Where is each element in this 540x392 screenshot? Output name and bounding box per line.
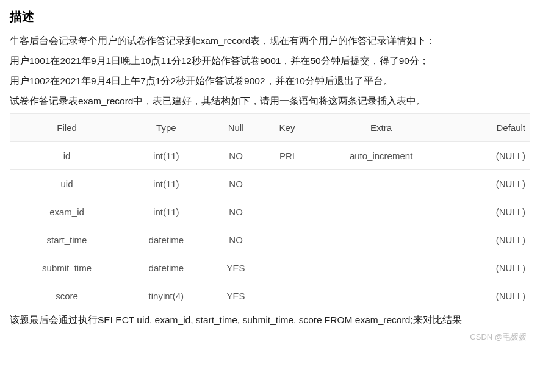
cell-key bbox=[263, 282, 312, 310]
table-header-row: Filed Type Null Key Extra Default bbox=[10, 114, 530, 142]
cell-default: (NULL) bbox=[451, 169, 530, 198]
desc-line-2: 用户1001在2021年9月1日晚上10点11分12秒开始作答试卷9001，并在… bbox=[10, 52, 530, 69]
cell-null: YES bbox=[209, 282, 263, 310]
col-null: Null bbox=[209, 114, 263, 142]
cell-extra bbox=[312, 169, 451, 198]
schema-table: Filed Type Null Key Extra Default id int… bbox=[10, 114, 530, 310]
cell-filed: start_time bbox=[10, 226, 123, 254]
cell-extra bbox=[312, 198, 451, 226]
cell-key bbox=[263, 254, 312, 282]
cell-null: NO bbox=[209, 141, 263, 169]
cell-extra: auto_increment bbox=[312, 141, 451, 169]
col-extra: Extra bbox=[312, 114, 451, 142]
cell-key bbox=[263, 198, 312, 226]
table-row: id int(11) NO PRI auto_increment (NULL) bbox=[10, 141, 530, 169]
table-row: uid int(11) NO (NULL) bbox=[10, 169, 530, 198]
cell-type: datetime bbox=[123, 254, 209, 282]
desc-line-4: 试卷作答记录表exam_record中，表已建好，其结构如下，请用一条语句将这两… bbox=[10, 93, 530, 109]
col-default: Default bbox=[451, 114, 530, 142]
footnote-text: 该题最后会通过执行SELECT uid, exam_id, start_time… bbox=[10, 312, 530, 328]
cell-default: (NULL) bbox=[451, 282, 530, 310]
cell-extra bbox=[312, 254, 451, 282]
table-row: submit_time datetime YES (NULL) bbox=[10, 254, 530, 282]
cell-key: PRI bbox=[263, 141, 312, 169]
table-scroll-container[interactable]: Filed Type Null Key Extra Default id int… bbox=[10, 113, 530, 310]
desc-line-1: 牛客后台会记录每个用户的试卷作答记录到exam_record表，现在有两个用户的… bbox=[10, 32, 530, 49]
desc-line-3: 用户1002在2021年9月4日上午7点1分2秒开始作答试卷9002，并在10分… bbox=[10, 73, 530, 89]
cell-null: YES bbox=[209, 254, 263, 282]
cell-null: NO bbox=[209, 226, 263, 254]
col-key: Key bbox=[263, 114, 312, 142]
col-type: Type bbox=[123, 114, 209, 142]
table-row: score tinyint(4) YES (NULL) bbox=[10, 282, 530, 310]
cell-type: datetime bbox=[123, 226, 209, 254]
cell-null: NO bbox=[209, 169, 263, 198]
cell-filed: exam_id bbox=[10, 198, 123, 226]
cell-type: int(11) bbox=[123, 198, 209, 226]
cell-null: NO bbox=[209, 198, 263, 226]
table-row: exam_id int(11) NO (NULL) bbox=[10, 198, 530, 226]
description-block: 牛客后台会记录每个用户的试卷作答记录到exam_record表，现在有两个用户的… bbox=[10, 32, 530, 110]
col-filed: Filed bbox=[10, 114, 123, 142]
cell-default: (NULL) bbox=[451, 226, 530, 254]
watermark-text: CSDN @毛媛媛 bbox=[10, 332, 530, 343]
cell-extra bbox=[312, 226, 451, 254]
section-title: 描述 bbox=[10, 9, 530, 25]
cell-filed: uid bbox=[10, 169, 123, 198]
cell-type: int(11) bbox=[123, 141, 209, 169]
table-row: start_time datetime NO (NULL) bbox=[10, 226, 530, 254]
cell-key bbox=[263, 169, 312, 198]
cell-default: (NULL) bbox=[451, 254, 530, 282]
cell-default: (NULL) bbox=[451, 198, 530, 226]
cell-filed: submit_time bbox=[10, 254, 123, 282]
cell-default: (NULL) bbox=[451, 141, 530, 169]
cell-extra bbox=[312, 282, 451, 310]
table-body: id int(11) NO PRI auto_increment (NULL) … bbox=[10, 141, 530, 310]
cell-filed: score bbox=[10, 282, 123, 310]
cell-key bbox=[263, 226, 312, 254]
cell-type: int(11) bbox=[123, 169, 209, 198]
cell-filed: id bbox=[10, 141, 123, 169]
cell-type: tinyint(4) bbox=[123, 282, 209, 310]
